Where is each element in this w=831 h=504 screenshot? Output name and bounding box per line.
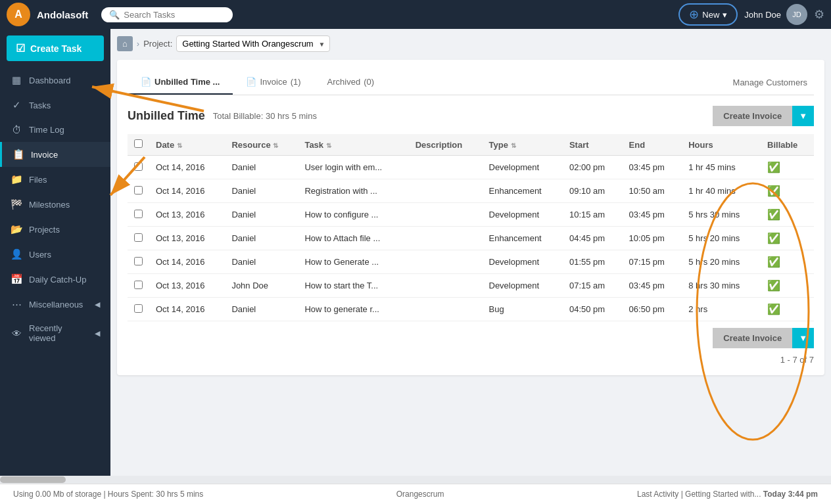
create-invoice-bottom-button[interactable]: Create Invoice <box>713 328 792 348</box>
cell-type: Development <box>483 250 563 274</box>
row-checkbox-5[interactable] <box>134 281 143 289</box>
cell-billable: ✅ <box>761 203 814 227</box>
cell-start: 01:55 pm <box>563 250 623 274</box>
search-input[interactable] <box>124 10 222 20</box>
search-bar[interactable]: 🔍 <box>101 7 233 22</box>
table-row: Oct 14, 2016 Daniel Registration with ..… <box>128 179 814 203</box>
create-task-button[interactable]: ☑ Create Task <box>7 35 104 61</box>
row-checkbox-3[interactable] <box>134 233 143 242</box>
cell-hours: 8 hrs 30 mins <box>682 274 761 298</box>
sidebar-item-label: Invoice <box>31 150 100 160</box>
sidebar-item-label: Tasks <box>29 101 100 110</box>
col-start: Start <box>563 134 623 156</box>
col-type: Type ⇅ <box>483 134 563 156</box>
cell-start: 09:10 am <box>563 179 623 203</box>
sidebar-item-timelog[interactable]: ⏱ Time Log <box>0 118 110 142</box>
create-invoice-dropdown-button[interactable]: ▼ <box>792 106 814 126</box>
breadcrumb-separator: › <box>137 39 139 49</box>
cell-date: Oct 14, 2016 <box>149 156 225 179</box>
cell-date: Oct 14, 2016 <box>149 298 225 321</box>
sidebar-item-dailycatchup[interactable]: 📅 Daily Catch-Up <box>0 267 110 292</box>
col-date: Date ⇅ <box>149 134 225 156</box>
cell-end: 03:45 pm <box>623 203 682 227</box>
cell-end: 10:05 pm <box>623 227 682 250</box>
sidebar-item-users[interactable]: 👤 Users <box>0 242 110 267</box>
cell-description <box>409 156 483 179</box>
footer-last-time: Today 3:44 pm <box>763 490 818 499</box>
cell-start: 04:50 pm <box>563 298 623 321</box>
sidebar-item-tasks[interactable]: ✓ Tasks <box>0 93 110 118</box>
cell-description <box>409 274 483 298</box>
sidebar-item-invoice[interactable]: 📋 Invoice <box>0 142 110 167</box>
sidebar-item-label: Time Log <box>29 125 100 135</box>
footer-last-activity: Last Activity | Getting Started with... <box>637 490 761 499</box>
select-all-checkbox[interactable] <box>134 139 143 148</box>
sidebar-item-recentlyviewed[interactable]: 👁 Recently viewed ◀ <box>0 317 110 350</box>
project-select[interactable]: Getting Started With Orangescrum <box>176 35 330 52</box>
sidebar-item-projects[interactable]: 📂 Projects <box>0 217 110 242</box>
create-invoice-bottom-dropdown[interactable]: ▼ <box>792 328 814 348</box>
sidebar: ☑ Create Task ▦ Dashboard ✓ Tasks ⏱ Time… <box>0 29 110 476</box>
row-checkbox-4[interactable] <box>134 257 143 265</box>
cell-type: Bug <box>483 298 563 321</box>
sidebar-item-files[interactable]: 📁 Files <box>0 167 110 192</box>
table-row: Oct 14, 2016 Daniel How to Generate ... … <box>128 250 814 274</box>
tab-unbilled-icon: 📄 <box>141 77 151 87</box>
cell-type: Development <box>483 156 563 179</box>
cell-resource: Daniel <box>225 203 298 227</box>
tab-invoice-count: (1) <box>291 77 301 87</box>
plus-icon: ⊕ <box>689 7 699 22</box>
scrollbar-thumb[interactable] <box>0 476 66 483</box>
tab-bar: 📄 Unbilled Time ... 📄 Invoice (1) Archiv… <box>128 70 814 95</box>
cell-billable: ✅ <box>761 274 814 298</box>
sidebar-item-milestones[interactable]: 🏁 Milestones <box>0 192 110 217</box>
recentlyviewed-icon: 👁 <box>11 328 22 339</box>
footer: Using 0.00 Mb of storage | Hours Spent: … <box>0 484 831 504</box>
new-label: New <box>702 10 719 20</box>
new-button[interactable]: ⊕ New ▾ <box>678 3 738 26</box>
row-checkbox-0[interactable] <box>134 162 143 171</box>
cell-end: 03:45 pm <box>623 274 682 298</box>
table-row: Oct 13, 2016 John Doe How to start the T… <box>128 274 814 298</box>
cell-resource: Daniel <box>225 179 298 203</box>
sidebar-item-miscellaneous[interactable]: ⋯ Miscellaneous ◀ <box>0 292 110 317</box>
cell-type: Enhancement <box>483 179 563 203</box>
sidebar-item-dashboard[interactable]: ▦ Dashboard <box>0 68 110 93</box>
cell-hours: 5 hrs 20 mins <box>682 227 761 250</box>
tab-unbilled[interactable]: 📄 Unbilled Time ... <box>128 70 233 95</box>
settings-icon[interactable]: ⚙ <box>814 7 824 22</box>
footer-activity: Last Activity | Getting Started with... … <box>637 490 818 499</box>
billable-icon: ✅ <box>767 185 780 196</box>
section-header: Unbilled Time Total Billable: 30 hrs 5 m… <box>128 106 814 126</box>
row-checkbox-1[interactable] <box>134 186 143 195</box>
billable-icon: ✅ <box>767 304 780 315</box>
cell-task: Registration with ... <box>298 179 408 203</box>
tab-invoice[interactable]: 📄 Invoice (1) <box>233 70 314 95</box>
tab-archived[interactable]: Archived (0) <box>314 70 387 95</box>
create-task-label: Create Task <box>30 43 82 54</box>
cell-date: Oct 14, 2016 <box>149 250 225 274</box>
sidebar-item-label: Recently viewed <box>29 323 88 343</box>
billable-icon: ✅ <box>767 256 780 267</box>
section-header-left: Unbilled Time Total Billable: 30 hrs 5 m… <box>128 109 317 123</box>
cell-type: Development <box>483 274 563 298</box>
cell-date: Oct 13, 2016 <box>149 203 225 227</box>
create-invoice-button[interactable]: Create Invoice <box>713 106 792 126</box>
project-select-wrap[interactable]: Getting Started With Orangescrum <box>176 35 330 52</box>
tasks-icon: ✓ <box>11 99 22 111</box>
manage-customers-button[interactable]: Manage Customers <box>726 74 814 91</box>
horizontal-scrollbar[interactable] <box>0 476 831 484</box>
billable-icon: ✅ <box>767 233 780 244</box>
cell-description <box>409 250 483 274</box>
col-end: End <box>623 134 682 156</box>
cell-date: Oct 13, 2016 <box>149 227 225 250</box>
cell-billable: ✅ <box>761 227 814 250</box>
home-icon[interactable]: ⌂ <box>117 36 133 51</box>
cell-task: How to Generate ... <box>298 250 408 274</box>
row-checkbox-2[interactable] <box>134 210 143 218</box>
col-task: Task ⇅ <box>298 134 408 156</box>
cell-billable: ✅ <box>761 156 814 179</box>
projects-icon: 📂 <box>11 223 22 235</box>
cell-start: 04:45 pm <box>563 227 623 250</box>
row-checkbox-6[interactable] <box>134 304 143 313</box>
